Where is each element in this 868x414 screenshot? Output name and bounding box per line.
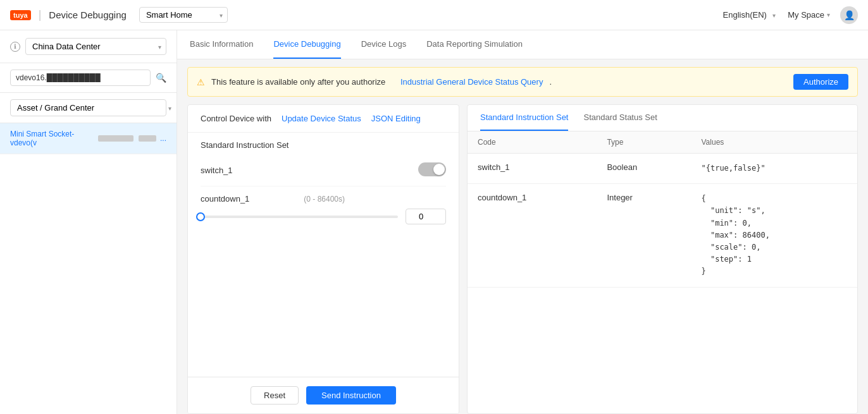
lang-select[interactable]: English(EN) Chinese(ZH) (723, 10, 780, 20)
logo: tuya (10, 10, 31, 20)
countdown-label-row: countdown_1 (0 - 86400s) (201, 194, 446, 204)
row-type-switch: Boolean (597, 154, 691, 184)
switch-field-row: switch_1 (201, 155, 446, 186)
right-panel-body: Code Type Values switch_1 Boolean "{true… (468, 131, 857, 413)
authorize-button[interactable]: Authorize (793, 74, 848, 90)
lang-chevron-icon: ▾ (772, 12, 776, 19)
instruction-set-subtitle: Standard Instruction Set (188, 133, 459, 155)
row-type-countdown: Integer (597, 184, 691, 287)
left-panel-footer: Reset Send Instruction (188, 377, 459, 413)
countdown-field-row: countdown_1 (0 - 86400s) (201, 186, 446, 232)
app-select[interactable]: Smart Home Smart Life (139, 7, 228, 23)
data-center-select[interactable]: China Data Center US Data Center (25, 38, 166, 55)
info-icon[interactable]: ℹ (10, 42, 20, 52)
left-panel: Control Device with Update Device Status… (187, 104, 459, 414)
sidebar-header: ℹ China Data Center US Data Center ▾ (0, 30, 177, 63)
toggle-knob (433, 164, 445, 175)
tab-data-reporting-simulation[interactable]: Data Reporting Simulation (426, 30, 523, 59)
myspace-button[interactable]: My Space ▾ (788, 10, 830, 20)
list-item[interactable]: Mini Smart Socket-vdevo(v ... (0, 123, 177, 154)
search-button[interactable]: 🔍 (156, 73, 166, 83)
table-row: countdown_1 Integer { "unit": "s", "min"… (468, 184, 857, 287)
slider-thumb[interactable] (196, 212, 205, 221)
row-code-countdown: countdown_1 (468, 184, 597, 287)
switch-toggle[interactable] (418, 162, 446, 176)
tab-device-logs[interactable]: Device Logs (361, 30, 407, 59)
device-id-blur (98, 135, 133, 142)
two-panel: Control Device with Update Device Status… (187, 104, 858, 414)
row-values-countdown: { "unit": "s", "min": 0, "max": 86400, "… (691, 184, 858, 287)
slider-value-input[interactable] (406, 209, 446, 224)
warning-icon: ⚠ (197, 77, 205, 87)
countdown-label: countdown_1 (201, 194, 302, 204)
asset-select-wrap: Asset / Grand Center ▾ (0, 93, 177, 123)
col-code: Code (468, 131, 597, 154)
tab-device-debugging[interactable]: Device Debugging (273, 30, 340, 59)
tab-standard-status-set[interactable]: Standard Status Set (583, 105, 657, 131)
header-right: English(EN) Chinese(ZH) ▾ My Space ▾ 👤 (723, 6, 858, 24)
update-device-status-link[interactable]: Update Device Status (282, 114, 361, 123)
tab-basic-information[interactable]: Basic Information (190, 30, 253, 59)
avatar[interactable]: 👤 (840, 6, 858, 24)
content-area: Basic Information Device Debugging Devic… (177, 30, 868, 414)
toggle-wrap (418, 162, 446, 178)
row-values-switch: "{true,false}" (691, 154, 858, 184)
reset-button[interactable]: Reset (251, 386, 299, 405)
app-select-wrap: Smart Home Smart Life ▾ (139, 7, 228, 23)
asset-select[interactable]: Asset / Grand Center (10, 99, 166, 116)
control-label: Control Device with (201, 114, 271, 123)
data-center-select-wrap: China Data Center US Data Center ▾ (25, 38, 166, 55)
device-id-blur2 (139, 135, 156, 142)
myspace-chevron-icon: ▾ (827, 11, 830, 18)
values-text: { "unit": "s", "min": 0, "max": 86400, "… (702, 194, 770, 276)
main-layout: ℹ China Data Center US Data Center ▾ 🔍 A… (0, 30, 868, 414)
right-panel-tabs: Standard Instruction Set Standard Status… (468, 105, 857, 131)
device-list: Mini Smart Socket-vdevo(v ... (0, 123, 177, 414)
search-input[interactable] (10, 70, 151, 86)
myspace-label: My Space (788, 10, 824, 20)
right-panel: Standard Instruction Set Standard Status… (467, 104, 858, 414)
header-divider: | (39, 8, 42, 21)
json-editing-link[interactable]: JSON Editing (371, 114, 421, 123)
row-code-switch: switch_1 (468, 154, 597, 184)
device-ellipsis: ... (160, 134, 166, 143)
lang-select-wrap: English(EN) Chinese(ZH) ▾ (723, 10, 778, 20)
alert-text: This feature is available only after you… (211, 77, 385, 87)
col-values: Values (691, 131, 858, 154)
asset-chevron-icon: ▾ (168, 104, 171, 111)
search-box: 🔍 (0, 63, 177, 93)
device-name: Mini Smart Socket-vdevo(v (10, 130, 94, 147)
slider-container (201, 209, 446, 224)
alert-banner: ⚠ This feature is available only after y… (187, 67, 858, 97)
countdown-range: (0 - 86400s) (302, 195, 345, 204)
table-row: switch_1 Boolean "{true,false}" (468, 154, 857, 184)
values-text: "{true,false}" (702, 164, 766, 173)
switch-label: switch_1 (201, 166, 302, 175)
left-panel-body: switch_1 countdown_1 (0 - 86400s) (188, 155, 459, 377)
standard-instruction-table: Code Type Values switch_1 Boolean "{true… (468, 131, 857, 288)
send-instruction-button[interactable]: Send Instruction (306, 386, 396, 405)
tabs-bar: Basic Information Device Debugging Devic… (177, 30, 868, 59)
slider-track[interactable] (201, 216, 398, 218)
col-type: Type (597, 131, 691, 154)
left-panel-header: Control Device with Update Device Status… (188, 105, 459, 133)
alert-suffix: . (549, 77, 552, 87)
app-title: Device Debugging (49, 9, 127, 20)
sidebar: ℹ China Data Center US Data Center ▾ 🔍 A… (0, 30, 177, 414)
alert-link[interactable]: Industrial General Device Status Query (400, 77, 543, 87)
header: tuya | Device Debugging Smart Home Smart… (0, 0, 868, 30)
tab-standard-instruction-set[interactable]: Standard Instruction Set (480, 105, 568, 131)
